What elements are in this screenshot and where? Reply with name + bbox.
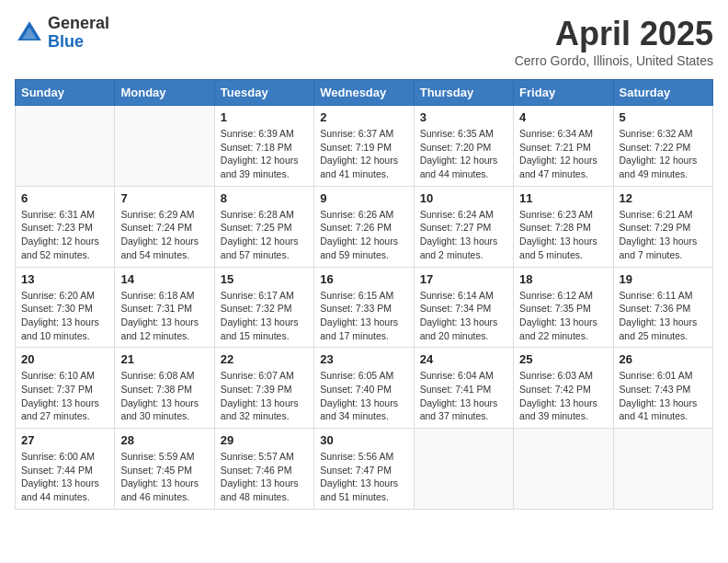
day-number: 21 xyxy=(120,352,208,366)
day-number: 8 xyxy=(221,191,308,205)
subtitle: Cerro Gordo, Illinois, United States xyxy=(515,53,713,68)
calendar-day-cell: 24Sunrise: 6:04 AM Sunset: 7:41 PM Dayli… xyxy=(414,348,513,429)
calendar-day-cell: 15Sunrise: 6:17 AM Sunset: 7:32 PM Dayli… xyxy=(214,267,313,348)
day-info: Sunrise: 5:56 AM Sunset: 7:47 PM Dayligh… xyxy=(320,450,407,504)
day-number: 23 xyxy=(320,352,407,366)
day-info: Sunrise: 6:34 AM Sunset: 7:21 PM Dayligh… xyxy=(519,127,607,181)
calendar-day-cell xyxy=(16,106,115,187)
calendar-day-cell xyxy=(613,429,712,510)
day-info: Sunrise: 6:23 AM Sunset: 7:28 PM Dayligh… xyxy=(519,208,607,262)
calendar-day-header: Saturday xyxy=(613,80,712,106)
calendar-week-row: 20Sunrise: 6:10 AM Sunset: 7:37 PM Dayli… xyxy=(16,348,713,429)
day-info: Sunrise: 6:31 AM Sunset: 7:23 PM Dayligh… xyxy=(21,208,108,262)
day-number: 4 xyxy=(519,110,607,124)
day-number: 24 xyxy=(420,352,507,366)
day-info: Sunrise: 6:14 AM Sunset: 7:34 PM Dayligh… xyxy=(420,289,507,343)
day-number: 26 xyxy=(620,352,707,366)
calendar-day-cell: 21Sunrise: 6:08 AM Sunset: 7:38 PM Dayli… xyxy=(115,348,214,429)
calendar-day-cell: 5Sunrise: 6:32 AM Sunset: 7:22 PM Daylig… xyxy=(613,106,712,187)
day-number: 2 xyxy=(320,110,407,124)
day-number: 16 xyxy=(320,272,407,286)
calendar-day-cell: 18Sunrise: 6:12 AM Sunset: 7:35 PM Dayli… xyxy=(514,267,613,348)
calendar-day-header: Sunday xyxy=(16,80,115,106)
day-info: Sunrise: 6:15 AM Sunset: 7:33 PM Dayligh… xyxy=(320,289,407,343)
page-header: General Blue April 2025 Cerro Gordo, Ill… xyxy=(15,15,713,68)
day-info: Sunrise: 6:39 AM Sunset: 7:18 PM Dayligh… xyxy=(221,127,308,181)
calendar-day-cell: 8Sunrise: 6:28 AM Sunset: 7:25 PM Daylig… xyxy=(214,186,313,267)
calendar-day-cell: 30Sunrise: 5:56 AM Sunset: 7:47 PM Dayli… xyxy=(314,429,414,510)
calendar-day-cell: 1Sunrise: 6:39 AM Sunset: 7:18 PM Daylig… xyxy=(214,106,313,187)
calendar-day-cell xyxy=(414,429,513,510)
logo-general-label: General xyxy=(48,15,109,33)
day-number: 22 xyxy=(221,352,308,366)
day-number: 12 xyxy=(620,191,707,205)
calendar-day-cell: 6Sunrise: 6:31 AM Sunset: 7:23 PM Daylig… xyxy=(16,186,115,267)
day-info: Sunrise: 6:26 AM Sunset: 7:26 PM Dayligh… xyxy=(320,208,407,262)
day-number: 5 xyxy=(620,110,707,124)
calendar-header-row: SundayMondayTuesdayWednesdayThursdayFrid… xyxy=(16,80,713,106)
calendar-week-row: 27Sunrise: 6:00 AM Sunset: 7:44 PM Dayli… xyxy=(16,429,713,510)
day-info: Sunrise: 6:18 AM Sunset: 7:31 PM Dayligh… xyxy=(120,289,208,343)
calendar-day-cell: 10Sunrise: 6:24 AM Sunset: 7:27 PM Dayli… xyxy=(414,186,513,267)
day-info: Sunrise: 6:12 AM Sunset: 7:35 PM Dayligh… xyxy=(519,289,607,343)
day-number: 27 xyxy=(21,433,108,447)
day-number: 11 xyxy=(519,191,607,205)
calendar-day-cell: 26Sunrise: 6:01 AM Sunset: 7:43 PM Dayli… xyxy=(613,348,712,429)
day-number: 14 xyxy=(120,272,208,286)
day-number: 20 xyxy=(21,352,108,366)
calendar-day-cell: 20Sunrise: 6:10 AM Sunset: 7:37 PM Dayli… xyxy=(16,348,115,429)
calendar-day-cell: 3Sunrise: 6:35 AM Sunset: 7:20 PM Daylig… xyxy=(414,106,513,187)
day-info: Sunrise: 6:29 AM Sunset: 7:24 PM Dayligh… xyxy=(120,208,208,262)
day-info: Sunrise: 6:24 AM Sunset: 7:27 PM Dayligh… xyxy=(420,208,507,262)
day-info: Sunrise: 6:32 AM Sunset: 7:22 PM Dayligh… xyxy=(620,127,707,181)
day-number: 7 xyxy=(120,191,208,205)
calendar-week-row: 1Sunrise: 6:39 AM Sunset: 7:18 PM Daylig… xyxy=(16,106,713,187)
calendar-day-cell: 17Sunrise: 6:14 AM Sunset: 7:34 PM Dayli… xyxy=(414,267,513,348)
day-info: Sunrise: 6:37 AM Sunset: 7:19 PM Dayligh… xyxy=(320,127,407,181)
day-info: Sunrise: 6:00 AM Sunset: 7:44 PM Dayligh… xyxy=(21,450,108,504)
day-info: Sunrise: 5:57 AM Sunset: 7:46 PM Dayligh… xyxy=(221,450,308,504)
calendar-day-cell: 28Sunrise: 5:59 AM Sunset: 7:45 PM Dayli… xyxy=(115,429,214,510)
calendar-day-cell xyxy=(115,106,214,187)
calendar-day-cell: 11Sunrise: 6:23 AM Sunset: 7:28 PM Dayli… xyxy=(514,186,613,267)
calendar-day-header: Thursday xyxy=(414,80,513,106)
calendar-day-header: Tuesday xyxy=(214,80,313,106)
day-info: Sunrise: 6:20 AM Sunset: 7:30 PM Dayligh… xyxy=(21,289,108,343)
day-info: Sunrise: 6:04 AM Sunset: 7:41 PM Dayligh… xyxy=(420,369,507,423)
day-info: Sunrise: 6:28 AM Sunset: 7:25 PM Dayligh… xyxy=(221,208,308,262)
logo-icon xyxy=(15,18,44,48)
day-number: 9 xyxy=(320,191,407,205)
day-info: Sunrise: 6:10 AM Sunset: 7:37 PM Dayligh… xyxy=(21,369,108,423)
day-number: 10 xyxy=(420,191,507,205)
calendar-day-cell: 25Sunrise: 6:03 AM Sunset: 7:42 PM Dayli… xyxy=(514,348,613,429)
day-number: 15 xyxy=(221,272,308,286)
day-number: 25 xyxy=(519,352,607,366)
calendar-table: SundayMondayTuesdayWednesdayThursdayFrid… xyxy=(15,79,713,510)
calendar-day-cell: 7Sunrise: 6:29 AM Sunset: 7:24 PM Daylig… xyxy=(115,186,214,267)
day-info: Sunrise: 5:59 AM Sunset: 7:45 PM Dayligh… xyxy=(120,450,208,504)
day-number: 6 xyxy=(21,191,108,205)
logo-blue-label: Blue xyxy=(48,33,109,52)
calendar-day-cell: 2Sunrise: 6:37 AM Sunset: 7:19 PM Daylig… xyxy=(314,106,414,187)
day-info: Sunrise: 6:11 AM Sunset: 7:36 PM Dayligh… xyxy=(620,289,707,343)
day-number: 13 xyxy=(21,272,108,286)
logo-text: General Blue xyxy=(48,15,109,52)
calendar-day-cell: 16Sunrise: 6:15 AM Sunset: 7:33 PM Dayli… xyxy=(314,267,414,348)
main-title: April 2025 xyxy=(515,15,713,53)
calendar-week-row: 6Sunrise: 6:31 AM Sunset: 7:23 PM Daylig… xyxy=(16,186,713,267)
day-info: Sunrise: 6:07 AM Sunset: 7:39 PM Dayligh… xyxy=(221,369,308,423)
calendar-day-cell: 12Sunrise: 6:21 AM Sunset: 7:29 PM Dayli… xyxy=(613,186,712,267)
calendar-day-cell: 13Sunrise: 6:20 AM Sunset: 7:30 PM Dayli… xyxy=(16,267,115,348)
calendar-day-header: Friday xyxy=(514,80,613,106)
calendar-day-cell xyxy=(514,429,613,510)
day-number: 28 xyxy=(120,433,208,447)
day-info: Sunrise: 6:01 AM Sunset: 7:43 PM Dayligh… xyxy=(620,369,707,423)
calendar-day-header: Monday xyxy=(115,80,214,106)
calendar-day-cell: 29Sunrise: 5:57 AM Sunset: 7:46 PM Dayli… xyxy=(214,429,313,510)
day-number: 3 xyxy=(420,110,507,124)
day-number: 1 xyxy=(221,110,308,124)
calendar-day-cell: 4Sunrise: 6:34 AM Sunset: 7:21 PM Daylig… xyxy=(514,106,613,187)
logo: General Blue xyxy=(15,15,109,52)
day-info: Sunrise: 6:17 AM Sunset: 7:32 PM Dayligh… xyxy=(221,289,308,343)
day-info: Sunrise: 6:08 AM Sunset: 7:38 PM Dayligh… xyxy=(120,369,208,423)
